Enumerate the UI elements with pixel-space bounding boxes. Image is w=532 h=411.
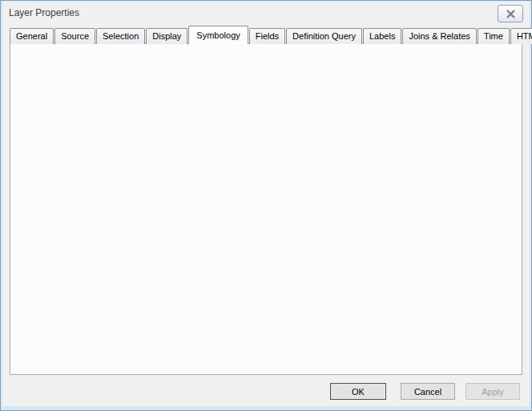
- tab-label: Selection: [103, 31, 139, 41]
- tab-label: Labels: [369, 31, 395, 41]
- tab-label: Symbology: [196, 30, 240, 40]
- tab-label: Source: [61, 31, 89, 41]
- tab-joins-relates[interactable]: Joins & Relates: [402, 28, 476, 44]
- tab-labels[interactable]: Labels: [363, 28, 401, 44]
- tab-html-popup[interactable]: HTML Popup: [510, 28, 532, 44]
- button-label: Apply: [482, 387, 504, 397]
- tab-general[interactable]: General: [10, 28, 54, 44]
- close-button[interactable]: [498, 5, 523, 22]
- tab-label: General: [16, 31, 47, 41]
- button-label: Cancel: [414, 387, 441, 397]
- tab-selection[interactable]: Selection: [96, 28, 145, 44]
- tab-definition-query[interactable]: Definition Query: [286, 28, 362, 44]
- tab-source[interactable]: Source: [54, 28, 95, 44]
- close-icon: [506, 10, 516, 18]
- tab-fields[interactable]: Fields: [249, 28, 285, 44]
- cancel-button[interactable]: Cancel: [401, 383, 455, 400]
- tab-label: Time: [484, 31, 503, 41]
- apply-button[interactable]: Apply: [466, 383, 520, 400]
- tab-label: Display: [152, 31, 181, 41]
- tab-label: HTML Popup: [517, 31, 532, 41]
- tab-symbology[interactable]: Symbology: [188, 26, 248, 44]
- tab-strip: General Source Selection Display Symbolo…: [10, 26, 532, 44]
- title-bar[interactable]: Layer Properties: [2, 2, 530, 24]
- tab-time[interactable]: Time: [478, 28, 510, 44]
- tab-label: Definition Query: [292, 31, 356, 41]
- tab-display[interactable]: Display: [146, 28, 187, 44]
- button-label: OK: [352, 387, 365, 397]
- symbology-page: [10, 43, 522, 375]
- layer-properties-dialog: Layer Properties General Source Selectio…: [0, 0, 532, 411]
- ok-button[interactable]: OK: [330, 383, 386, 400]
- window-title: Layer Properties: [2, 7, 79, 18]
- tab-label: Fields: [256, 31, 279, 41]
- tab-label: Joins & Relates: [409, 31, 470, 41]
